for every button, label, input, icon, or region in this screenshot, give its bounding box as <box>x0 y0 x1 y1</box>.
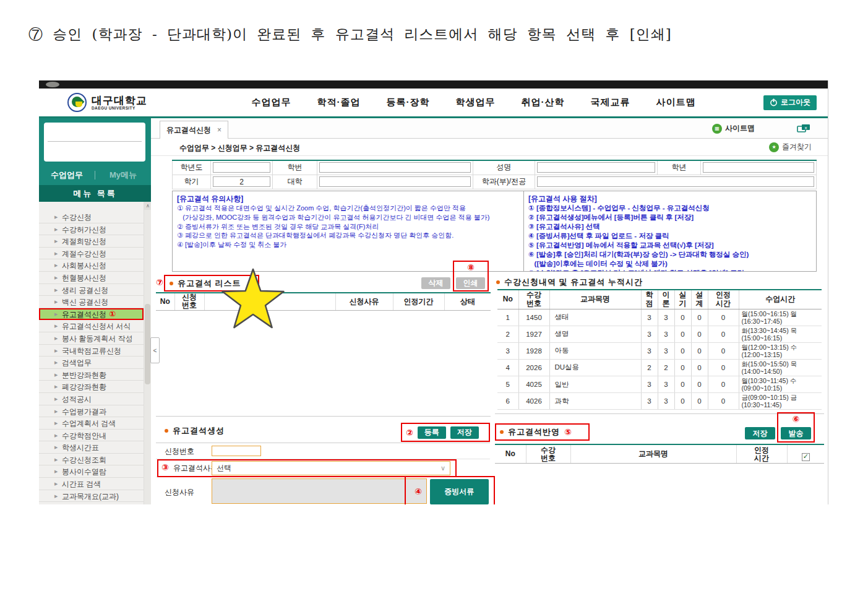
sidebar: 수업업무 My메뉴 메뉴 목록 ▶ ∨수강신청 ▶ ∨수강허가신청 ▶ <box>39 118 151 504</box>
star-annotation <box>220 267 286 329</box>
scroll-up-icon[interactable]: ∧ <box>144 202 151 210</box>
menu-bullet-icon: ▶ <box>54 235 58 248</box>
sidebar-item-label: 학생시간표 <box>62 443 99 452</box>
col-header: 교과목명 <box>570 444 736 464</box>
col-header: No <box>495 444 526 464</box>
save-button[interactable]: 저장 <box>450 426 479 439</box>
col-header: 인정 시간 <box>708 290 739 309</box>
nav-item[interactable]: 국제교류 <box>591 97 630 108</box>
nav-item[interactable]: 등록·장학 <box>387 97 430 108</box>
notice-line: ③ 폐강으로 인한 유고결석은 단과대학행정실에서 폐강과목 수강신청자 명단 … <box>177 231 519 240</box>
sidebar-item[interactable]: ▶ ∨분반강좌현황 <box>39 369 144 381</box>
menu-bullet-icon: ▶ <box>54 211 58 223</box>
sidebar-item-label: 계절수강신청 <box>62 249 106 258</box>
table-row[interactable]: 1 1450 생태 3 3 0 0 0 월(15:00~16:15) 월(16:… <box>497 309 822 326</box>
apply-save-button[interactable]: 저장 <box>745 427 775 439</box>
col-header: 실 기 <box>674 290 691 309</box>
dept-label: 학과(부)/전공 <box>473 175 535 189</box>
scrollbar-thumb[interactable] <box>145 304 150 384</box>
annotation-2-box: ② 등록 저장 <box>401 423 490 442</box>
sidebar-item[interactable]: ▶ ∨수강학점안내 <box>39 430 144 442</box>
favorites-button[interactable]: ★ 즐겨찾기 <box>769 142 812 152</box>
annotation-4: ④ <box>415 486 422 496</box>
sidebar-item[interactable]: ▶ ∨검색업무 <box>39 357 144 369</box>
sidebar-item[interactable]: ▶ ∨봉사이수열람 <box>39 465 144 478</box>
appno-input[interactable] <box>212 446 261 456</box>
sidebar-tab-mymenu[interactable]: My메뉴 <box>95 170 151 181</box>
tab-absence-application[interactable]: 유고결석신청 × <box>160 121 228 139</box>
menu-bullet-icon: ▶ <box>54 478 58 490</box>
year-input[interactable] <box>213 162 270 173</box>
sidebar-item[interactable]: ▶ ∨헌혈봉사신청 <box>39 272 144 284</box>
select-all-checkbox[interactable]: ✓ <box>802 453 810 461</box>
sidebar-tab-work[interactable]: 수업업무 <box>39 170 95 181</box>
sidebar-item-label: 수업계획서 검색 <box>62 419 116 428</box>
star-icon: ★ <box>769 142 779 152</box>
table-row[interactable]: 6 4026 과학 3 3 0 0 0 금(09:00~10:15) 금(10:… <box>497 393 822 410</box>
col-header: 인정기간 <box>393 293 444 310</box>
table-row[interactable]: 4 2026 DU실용 2 2 0 0 0 화(15:00~15:50) 목(1… <box>497 359 822 376</box>
nav-item[interactable]: 학생업무 <box>456 97 496 108</box>
sidebar-item[interactable]: ▶ ∨성적공시 <box>39 393 144 405</box>
sidebar-item[interactable]: ▶ ∨수강신청 <box>39 211 144 223</box>
sidebar-item[interactable]: ▶ ∨백신 공결신청 <box>39 296 144 308</box>
reason-row: ③ 유고결석사유 선택 ∨ <box>156 459 490 477</box>
nav-item[interactable]: 수업업무 <box>252 97 291 108</box>
sidebar-item[interactable]: ▶ ∨수업계획서 검색 <box>39 417 144 430</box>
sidebar-item[interactable]: ▶ ∨수업평가결과 <box>39 405 144 418</box>
register-button[interactable]: 등록 <box>418 426 446 439</box>
apply-table: No 수강 번호 교과목명 인정 시간 ✓ <box>495 444 824 464</box>
section-bullet-icon <box>170 282 173 285</box>
sidebar-collapse-handle[interactable]: < <box>150 337 160 363</box>
delete-button[interactable]: 삭제 <box>421 277 450 289</box>
sidebar-item[interactable]: ▶ ∨계절희망신청 <box>39 235 144 248</box>
col-header: 상태 <box>444 293 491 310</box>
sidebar-item[interactable]: ▶ ∨계절수강신청 <box>39 248 144 260</box>
annotation-5: ⑤ <box>564 427 572 437</box>
notice-line: ④ [증빙서류]선택 후 파일 업로드 - 저장 클릭 <box>528 231 812 241</box>
doc-title: ⑦ 승인 (학과장 - 단과대학)이 완료된 후 유고결석 리스트에서 해당 항… <box>28 25 672 44</box>
sidebar-item[interactable]: ▶ ∨봉사 활동계획서 작성 <box>39 332 144 345</box>
sidebar-item-label: 교과목개요(교과) <box>62 492 119 501</box>
table-row[interactable]: 3 1928 아동 3 3 0 0 0 월(12:00~13:15) 수(12:… <box>497 342 822 359</box>
grade-input[interactable] <box>703 162 814 173</box>
sidebar-item[interactable]: ▶ ∨국내학점교류신청 <box>39 345 144 357</box>
sidebar-item[interactable]: ▶ ∨학생시간표 <box>39 441 144 454</box>
nav-item[interactable]: 학적·졸업 <box>317 97 361 108</box>
nav-item[interactable]: 취업·산학 <box>522 97 565 108</box>
dept-input[interactable] <box>537 176 814 187</box>
sidebar-item[interactable]: ▶ ∨수강허가신청 <box>39 223 144 236</box>
annotation-3-box <box>157 459 457 477</box>
semester-input[interactable]: 2 <box>213 176 270 187</box>
window-control-icon[interactable]: x <box>797 124 810 136</box>
sitemap-link[interactable]: ▦ 사이트맵 <box>712 123 755 134</box>
studentno-input[interactable] <box>319 162 471 173</box>
col-header: 학 점 <box>641 290 658 309</box>
evidence-button[interactable]: 증빙서류 <box>430 479 489 504</box>
sidebar-item[interactable]: ▶ ∨사회봉사신청 <box>39 259 144 272</box>
sidebar-item[interactable]: ▶ ∨수강신청조회 <box>39 454 144 466</box>
menu-items: ▶ ∨수강신청 ▶ ∨수강허가신청 ▶ ∨계절희망신청 ▶ ∨계절수강신청 <box>39 211 144 504</box>
detail-textarea[interactable] <box>212 478 427 504</box>
table-row[interactable]: 5 4025 일반 3 3 0 0 0 월(10:30~11:45) 수(09:… <box>497 376 822 393</box>
col-header: 신청사유 <box>335 293 393 310</box>
name-input[interactable] <box>537 162 655 173</box>
sidebar-item[interactable]: ▶ ∨취업정보조회 <box>39 502 144 504</box>
section-bullet-icon <box>165 429 168 433</box>
logout-label: 로그아웃 <box>781 97 810 108</box>
sidebar-item[interactable]: ▶ ∨시간표 검색 <box>39 478 144 490</box>
logout-button[interactable]: 로그아웃 <box>763 95 817 110</box>
sidebar-item[interactable]: ▶ ∨생리 공결신청 <box>39 284 144 296</box>
sidebar-item[interactable]: ▶ ∨폐강강좌현황 <box>39 381 144 393</box>
sidebar-item[interactable]: ▶ ∨유고결석신청① <box>39 308 144 321</box>
tab-close-icon[interactable]: × <box>217 126 221 134</box>
notice-line: ① [종합정보시스템] - 수업업무 - 신청업무 - 유고결석신청 <box>528 204 812 213</box>
create-title: 유고결석생성 <box>173 425 225 436</box>
sidebar-item-label: 수강허가신청 <box>62 225 106 234</box>
menu-bullet-icon: ▶ <box>54 272 58 284</box>
sidebar-item[interactable]: ▶ ∨유고결석신청서 서식 <box>39 320 144 332</box>
table-row[interactable]: 2 1927 생명 3 3 0 0 0 화(13:30~14:45) 목(15:… <box>497 326 822 342</box>
college-input[interactable] <box>319 176 471 187</box>
nav-item[interactable]: 사이트맵 <box>656 97 696 108</box>
sidebar-item[interactable]: ▶ ∨교과목개요(교과) <box>39 490 144 503</box>
